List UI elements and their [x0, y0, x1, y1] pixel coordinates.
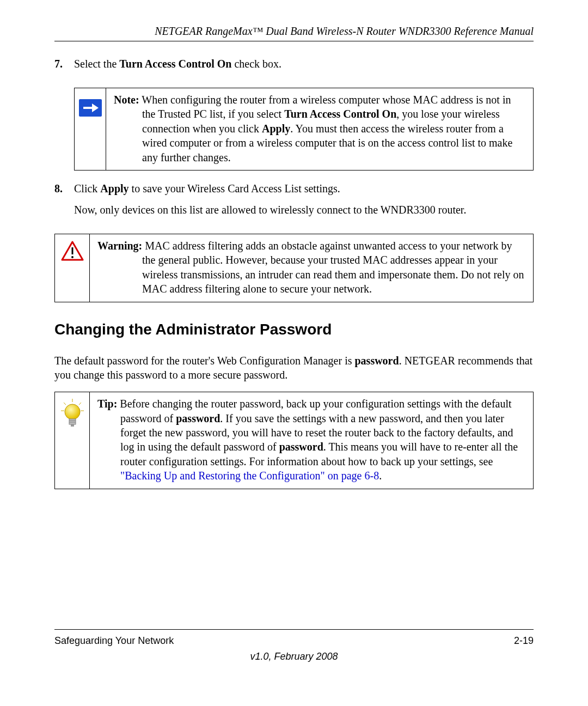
- footer-rule: [54, 629, 534, 630]
- note-text: Note: When configuring the router from a…: [114, 93, 525, 165]
- footer-version: v1.0, February 2008: [54, 651, 534, 662]
- arrow-right-icon: [79, 99, 102, 117]
- backup-restore-link[interactable]: "Backing Up and Restoring the Configurat…: [120, 470, 379, 482]
- lightbulb-icon: [60, 399, 85, 430]
- svg-line-7: [79, 403, 81, 405]
- intro-paragraph: The default password for the router's We…: [54, 354, 534, 382]
- warning-callout: Warning: MAC address filtering adds an o…: [54, 234, 534, 302]
- tip-icon-cell: [55, 392, 90, 488]
- note-icon-cell: [75, 88, 106, 170]
- step-8-line2: Now, only devices on this list are allow…: [74, 203, 534, 217]
- svg-line-6: [64, 403, 66, 405]
- header-rule: [54, 41, 534, 41]
- note-callout: Note: When configuring the router from a…: [74, 88, 534, 171]
- step-8: 8. Click Apply to save your Wireless Car…: [54, 181, 534, 224]
- tip-callout: Tip: Before changing the router password…: [54, 392, 534, 489]
- svg-marker-1: [92, 104, 99, 112]
- step-7-text: Select the Turn Access Control On check …: [74, 57, 534, 71]
- footer-section-title: Safeguarding Your Network: [54, 635, 174, 647]
- step-number: 8.: [54, 181, 74, 196]
- warning-text: Warning: MAC address filtering adds an o…: [97, 239, 525, 296]
- section-heading: Changing the Administrator Password: [54, 321, 534, 338]
- running-header: NETGEAR RangeMax™ Dual Band Wireless-N R…: [54, 25, 534, 38]
- svg-point-4: [71, 256, 74, 258]
- warning-icon-cell: [55, 234, 90, 302]
- svg-point-10: [65, 404, 80, 419]
- step-number: 7.: [54, 57, 74, 71]
- svg-rect-11: [69, 419, 76, 424]
- tip-text: Tip: Before changing the router password…: [97, 397, 525, 483]
- step-7: 7. Select the Turn Access Control On che…: [54, 57, 534, 78]
- warning-triangle-icon: [61, 241, 84, 261]
- step-8-line1: Click Apply to save your Wireless Card A…: [74, 181, 534, 196]
- svg-rect-14: [71, 424, 74, 427]
- footer-page-number: 2-19: [514, 635, 534, 647]
- page-footer: Safeguarding Your Network 2-19 v1.0, Feb…: [54, 629, 534, 662]
